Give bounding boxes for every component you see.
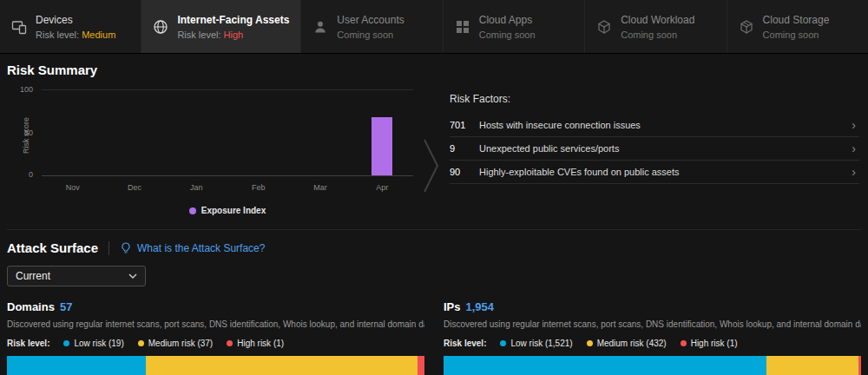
risk-bar-segment-medium [146, 356, 417, 375]
chart-to-factors-connector [413, 89, 450, 215]
medium-risk-dot [587, 340, 593, 346]
x-tick-dec: Dec [103, 183, 165, 192]
tab-label: User Accounts [337, 14, 404, 26]
ips-risk-bar [444, 356, 861, 375]
globe-icon [153, 19, 168, 35]
devices-icon [11, 19, 27, 35]
tab-label: Cloud Workload [621, 14, 694, 26]
domains-description: Discovered using regular internet scans,… [7, 319, 424, 329]
cube-icon [596, 19, 612, 35]
asset-type-tab-bar: Devices Risk level: Medium Internet-Faci… [0, 0, 868, 54]
legend-medium-risk: Medium risk (37) [138, 339, 213, 348]
y-tick-50: 50 [24, 129, 42, 137]
risk-factors-panel: Risk Factors: 701 Hosts with insecure co… [450, 89, 861, 215]
exposure-index-legend-dot [189, 207, 196, 214]
tab-label: Devices [36, 14, 115, 26]
chevron-right-icon: › [852, 119, 859, 131]
tab-cloud-storage[interactable]: Cloud Storage Coming soon [727, 0, 868, 53]
risk-level-label: Risk level: [177, 30, 220, 40]
low-risk-dot [500, 340, 506, 346]
x-tick-mar: Mar [289, 183, 351, 192]
risk-bar-segment-high [858, 356, 861, 375]
high-risk-dot [681, 340, 687, 346]
risk-factor-count: 9 [450, 143, 479, 154]
risk-factor-label: Hosts with insecure connection issues [479, 120, 852, 130]
risk-factor-count: 701 [450, 120, 479, 130]
risk-bar-segment-high [418, 356, 424, 375]
tab-label: Internet-Facing Assets [177, 14, 289, 26]
medium-risk-dot [138, 340, 144, 346]
attack-surface-help-link[interactable]: What is the Attack Surface? [120, 242, 265, 254]
x-tick-jan: Jan [166, 183, 227, 192]
grid-icon [455, 19, 470, 35]
risk-factor-row-insecure-connections[interactable]: 701 Hosts with insecure connection issue… [450, 114, 859, 137]
risk-level-label: Risk level: [444, 339, 486, 348]
risk-bar-segment-low [444, 356, 766, 375]
legend-high-risk: High risk (1) [681, 339, 738, 348]
time-filter-dropdown[interactable]: Current [7, 266, 146, 286]
tab-cloud-apps[interactable]: Cloud Apps Coming soon [444, 0, 585, 53]
tab-devices[interactable]: Devices Risk level: Medium [0, 0, 141, 53]
chevron-right-icon: › [852, 166, 859, 178]
attack-surface-title: Attack Surface [7, 240, 98, 255]
tab-cloud-workload[interactable]: Cloud Workload Coming soon [585, 0, 727, 53]
low-risk-dot [63, 340, 69, 346]
risk-factor-label: Unexpected public services/ports [479, 143, 852, 154]
chevron-right-icon [422, 138, 441, 194]
legend-medium-risk: Medium risk (432) [587, 339, 667, 348]
main-content: Risk Summary Risk score 100 50 0 Nov Dec… [0, 54, 868, 375]
high-risk-dot [227, 340, 233, 346]
gridline-100 [42, 89, 413, 90]
risk-factor-count: 90 [450, 167, 479, 177]
domains-risk-bar [7, 356, 424, 375]
tab-label: Cloud Storage [763, 14, 830, 26]
coming-soon-label: Coming soon [763, 30, 830, 40]
ips-title: IPs [444, 300, 461, 313]
domains-title: Domains [7, 300, 55, 313]
risk-level-label: Risk level: [7, 339, 49, 348]
coming-soon-label: Coming soon [621, 30, 694, 40]
legend-high-risk: High risk (1) [227, 339, 284, 348]
chevron-down-icon [128, 273, 137, 279]
chevron-right-icon: › [852, 142, 859, 155]
risk-score-chart: Risk score 100 50 0 Nov Dec Jan Feb Mar … [7, 89, 413, 215]
risk-summary-section: Risk Summary Risk score 100 50 0 Nov Dec… [7, 62, 861, 215]
risk-summary-title: Risk Summary [7, 62, 861, 77]
legend-low-risk: Low risk (1,521) [500, 339, 572, 348]
risk-factor-row-exploitable-cves[interactable]: 90 Highly-exploitable CVEs found on publ… [450, 161, 859, 184]
tab-internet-facing-assets[interactable]: Internet-Facing Assets Risk level: High [141, 0, 301, 53]
attack-surface-section: Attack Surface What is the Attack Surfac… [7, 229, 861, 375]
ips-count[interactable]: 1,954 [466, 300, 495, 313]
risk-level-value: High [224, 30, 244, 40]
lightbulb-icon [120, 242, 132, 254]
ips-card: IPs 1,954 Discovered using regular inter… [444, 300, 861, 375]
user-icon [312, 19, 328, 35]
x-tick-apr: Apr [352, 183, 413, 192]
risk-factor-label: Highly-exploitable CVEs found on public … [479, 167, 852, 177]
attack-surface-help-label: What is the Attack Surface? [137, 242, 265, 254]
y-tick-0: 0 [29, 171, 42, 179]
y-tick-100: 100 [20, 86, 42, 94]
coming-soon-label: Coming soon [479, 30, 536, 40]
chart-legend: Exposure Index [42, 206, 413, 215]
tab-label: Cloud Apps [479, 14, 536, 26]
risk-factor-row-public-services[interactable]: 9 Unexpected public services/ports › [450, 137, 859, 161]
vertical-divider [108, 241, 109, 255]
exposure-index-legend-label: Exposure Index [201, 206, 266, 215]
legend-low-risk: Low risk (19) [63, 339, 123, 348]
risk-level-label: Risk level: [36, 30, 79, 40]
domains-count[interactable]: 57 [60, 300, 72, 313]
domains-card: Domains 57 Discovered using regular inte… [7, 300, 424, 375]
x-tick-nov: Nov [42, 183, 103, 192]
time-filter-value: Current [16, 270, 50, 282]
tab-user-accounts[interactable]: User Accounts Coming soon [301, 0, 443, 53]
x-tick-feb: Feb [227, 183, 289, 192]
coming-soon-label: Coming soon [337, 30, 404, 40]
risk-bar-segment-low [7, 356, 146, 375]
risk-level-value: Medium [82, 30, 115, 40]
ips-description: Discovered using regular internet scans,… [444, 319, 861, 329]
exposure-index-bar [372, 117, 392, 175]
risk-bar-segment-medium [766, 356, 858, 375]
risk-factors-title: Risk Factors: [450, 93, 859, 105]
storage-box-icon [739, 19, 754, 35]
